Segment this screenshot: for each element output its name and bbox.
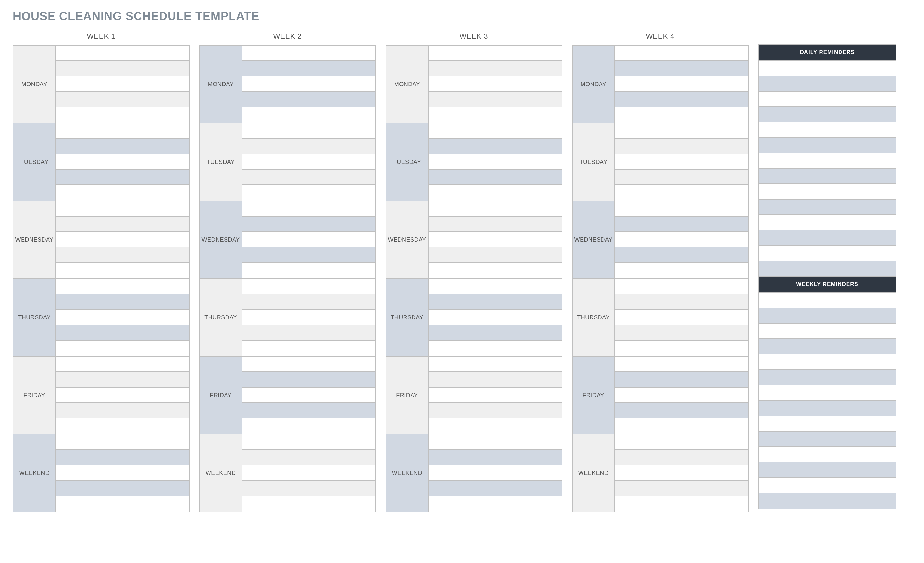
task-row[interactable] [429, 481, 562, 496]
weekly-reminder-row[interactable] [759, 416, 896, 432]
task-row[interactable] [242, 496, 375, 512]
task-row[interactable] [242, 154, 375, 170]
daily-reminder-row[interactable] [759, 200, 896, 215]
task-row[interactable] [56, 61, 189, 77]
task-row[interactable] [615, 418, 748, 434]
task-row[interactable] [615, 310, 748, 325]
task-row[interactable] [615, 341, 748, 356]
weekly-reminder-row[interactable] [759, 339, 896, 354]
weekly-reminder-row[interactable] [759, 462, 896, 478]
task-row[interactable] [56, 418, 189, 434]
task-row[interactable] [242, 185, 375, 201]
daily-reminder-row[interactable] [759, 107, 896, 122]
task-row[interactable] [429, 170, 562, 185]
task-row[interactable] [242, 434, 375, 450]
task-row[interactable] [615, 403, 748, 418]
task-row[interactable] [615, 107, 748, 123]
task-row[interactable] [56, 46, 189, 61]
task-row[interactable] [56, 92, 189, 107]
task-row[interactable] [242, 310, 375, 325]
task-row[interactable] [56, 248, 189, 263]
task-row[interactable] [429, 123, 562, 139]
task-row[interactable] [429, 496, 562, 512]
task-row[interactable] [615, 139, 748, 154]
task-row[interactable] [56, 201, 189, 216]
task-row[interactable] [615, 465, 748, 481]
task-row[interactable] [615, 325, 748, 341]
task-row[interactable] [615, 46, 748, 61]
task-row[interactable] [429, 450, 562, 465]
task-row[interactable] [242, 77, 375, 92]
task-row[interactable] [429, 154, 562, 170]
task-row[interactable] [615, 263, 748, 278]
task-row[interactable] [242, 403, 375, 418]
task-row[interactable] [615, 61, 748, 77]
task-row[interactable] [56, 77, 189, 92]
task-row[interactable] [242, 465, 375, 481]
task-row[interactable] [242, 216, 375, 232]
weekly-reminder-row[interactable] [759, 478, 896, 493]
task-row[interactable] [429, 279, 562, 294]
task-row[interactable] [615, 481, 748, 496]
task-row[interactable] [615, 77, 748, 92]
task-row[interactable] [242, 263, 375, 278]
task-row[interactable] [429, 92, 562, 107]
daily-reminder-row[interactable] [759, 92, 896, 107]
task-row[interactable] [242, 387, 375, 403]
task-row[interactable] [429, 372, 562, 387]
weekly-reminder-row[interactable] [759, 401, 896, 416]
daily-reminder-row[interactable] [759, 230, 896, 246]
task-row[interactable] [429, 232, 562, 248]
task-row[interactable] [615, 248, 748, 263]
task-row[interactable] [615, 372, 748, 387]
task-row[interactable] [242, 61, 375, 77]
weekly-reminder-row[interactable] [759, 308, 896, 324]
task-row[interactable] [242, 357, 375, 372]
weekly-reminder-row[interactable] [759, 370, 896, 385]
task-row[interactable] [242, 341, 375, 356]
daily-reminder-row[interactable] [759, 61, 896, 76]
task-row[interactable] [615, 201, 748, 216]
task-row[interactable] [56, 310, 189, 325]
daily-reminder-row[interactable] [759, 246, 896, 261]
weekly-reminder-row[interactable] [759, 493, 896, 509]
task-row[interactable] [56, 372, 189, 387]
task-row[interactable] [429, 139, 562, 154]
task-row[interactable] [242, 123, 375, 139]
task-row[interactable] [429, 46, 562, 61]
task-row[interactable] [56, 216, 189, 232]
task-row[interactable] [429, 107, 562, 123]
task-row[interactable] [56, 403, 189, 418]
task-row[interactable] [242, 481, 375, 496]
task-row[interactable] [56, 185, 189, 201]
task-row[interactable] [615, 170, 748, 185]
daily-reminder-row[interactable] [759, 215, 896, 230]
weekly-reminder-row[interactable] [759, 432, 896, 447]
task-row[interactable] [56, 279, 189, 294]
task-row[interactable] [429, 387, 562, 403]
daily-reminder-row[interactable] [759, 138, 896, 153]
task-row[interactable] [429, 325, 562, 341]
task-row[interactable] [242, 107, 375, 123]
task-row[interactable] [56, 170, 189, 185]
task-row[interactable] [56, 294, 189, 310]
daily-reminder-row[interactable] [759, 261, 896, 277]
task-row[interactable] [615, 92, 748, 107]
task-row[interactable] [56, 325, 189, 341]
task-row[interactable] [429, 185, 562, 201]
weekly-reminder-row[interactable] [759, 324, 896, 339]
task-row[interactable] [615, 357, 748, 372]
task-row[interactable] [242, 279, 375, 294]
task-row[interactable] [242, 232, 375, 248]
task-row[interactable] [615, 123, 748, 139]
task-row[interactable] [56, 357, 189, 372]
task-row[interactable] [429, 341, 562, 356]
daily-reminder-row[interactable] [759, 184, 896, 200]
task-row[interactable] [56, 154, 189, 170]
daily-reminder-row[interactable] [759, 76, 896, 92]
task-row[interactable] [429, 310, 562, 325]
task-row[interactable] [429, 434, 562, 450]
task-row[interactable] [242, 372, 375, 387]
task-row[interactable] [56, 496, 189, 512]
task-row[interactable] [242, 139, 375, 154]
